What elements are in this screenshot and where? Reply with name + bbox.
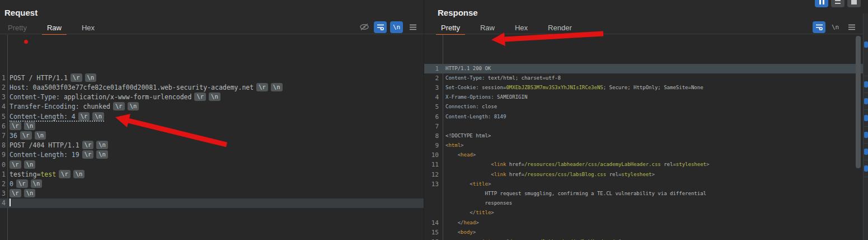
tab-pretty[interactable]: Pretty	[2, 22, 32, 33]
line-number: 4	[0, 102, 6, 112]
code-segment: </	[470, 210, 476, 215]
line-number: 3	[0, 93, 6, 102]
stop-button[interactable]	[847, 0, 861, 7]
line-content	[10, 199, 11, 207]
crlf-badge: \n	[73, 170, 85, 178]
code-line: 20\r\n	[0, 179, 424, 189]
pause-button[interactable]	[815, 0, 828, 7]
inspector-item-icon[interactable]	[864, 132, 868, 138]
crlf-badge: \n	[85, 73, 97, 82]
code-segment: 8149	[491, 114, 506, 119]
code-segment: SAMEORIGIN	[494, 94, 528, 100]
code-line: 9Content-Length: 19\r\n	[0, 150, 424, 160]
line-content: Content-Type: application/x-www-form-url…	[10, 93, 220, 101]
code-segment: stylesheet	[676, 161, 706, 167]
line-number: 2	[0, 83, 6, 93]
code-line: 4X-Frame-Options: SAMEORIGIN	[424, 93, 868, 102]
stop-icon	[851, 0, 857, 4]
code-line: 14 </head>	[424, 218, 868, 228]
newline-toggle-button[interactable]: \n	[829, 21, 842, 33]
inspector-item-icon[interactable]	[864, 81, 868, 87]
code-segment: chunked	[79, 103, 110, 110]
line-content: \r\n	[10, 161, 35, 169]
editor-menu-button[interactable]	[845, 21, 858, 33]
scrollbar-thumb[interactable]	[856, 36, 861, 168]
code-line: 4	[0, 199, 424, 208]
code-segment: testing=	[10, 170, 40, 178]
code-segment: close	[479, 104, 498, 109]
newline-toggle-button[interactable]: \n	[390, 21, 403, 33]
visibility-off-icon	[359, 23, 369, 31]
code-segment: X-Frame-Options:	[445, 94, 494, 100]
code-segment: 0MXEbJZBS3M7mv3S3xYhJNIsIRCe3eNS	[506, 85, 603, 90]
code-line: 6\r\n	[0, 122, 424, 131]
text-cursor	[10, 199, 11, 206]
line-content: </title>	[445, 210, 494, 215]
line-content: Content-Type: text/html; charset=utf-8	[445, 75, 561, 81]
inspector-item-icon[interactable]	[864, 165, 868, 172]
code-line: 2Content-Type: text/html; charset=utf-8	[424, 73, 868, 83]
code-line: 5Connection: close	[424, 102, 868, 112]
crlf-badge: \r	[10, 160, 21, 169]
response-editor-icons: \n	[813, 20, 858, 34]
wrap-lines-button[interactable]	[813, 21, 825, 33]
request-panel: Request PrettyRawHex \n	[0, 0, 424, 240]
line-number: 9	[0, 150, 6, 160]
response-tab-bar: PrettyRawHexRender	[435, 21, 587, 34]
tab-pretty[interactable]: Pretty	[435, 22, 466, 33]
tab-hex[interactable]: Hex	[509, 22, 533, 33]
line-number: 1	[424, 64, 440, 73]
wrap-lines-button[interactable]	[374, 21, 387, 33]
line-number: 14	[424, 218, 440, 228]
rows-icon	[835, 0, 841, 4]
tab-raw[interactable]: Raw	[475, 22, 500, 33]
request-editor[interactable]: 1POST / HTTP/1.1\r\n2Host: 0aa5003f03e77…	[0, 35, 424, 240]
code-line: 10 <head>	[424, 150, 868, 160]
tab-hex[interactable]: Hex	[76, 22, 100, 33]
line-content: 36\r\n	[10, 132, 46, 140]
dotted-underline: Content-Length: 4\r\n	[10, 113, 104, 122]
inspector-item-icon[interactable]	[864, 149, 868, 155]
inspector-item-icon[interactable]	[864, 41, 868, 48]
code-segment: title	[473, 181, 488, 187]
line-content: \r\n	[10, 190, 35, 197]
tab-raw[interactable]: Raw	[41, 22, 67, 33]
code-line: 7	[424, 122, 868, 131]
code-line: 2Host: 0aa5003f03e77cfe82ce01af00d20081.…	[0, 83, 424, 93]
visibility-off-button[interactable]	[358, 21, 370, 33]
line-content: POST / HTTP/1.1\r\n	[10, 74, 96, 82]
inspector-item-icon[interactable]	[864, 98, 868, 104]
line-content: <link href=/resources/css/labsBlog.css r…	[445, 172, 655, 177]
code-line: 6Content-Length: 8149	[424, 112, 868, 122]
code-segment: >	[491, 210, 494, 215]
line-content: Content-Length: 4\r\n	[10, 113, 104, 121]
line-content: HTTP request smuggling, confirming a TE.…	[445, 191, 706, 196]
line-number: 8	[424, 131, 440, 141]
crlf-badge: \n	[271, 83, 283, 91]
burp-repeater-message-view: Request PrettyRawHex \n	[0, 0, 868, 240]
code-segment: POST / HTTP/1.1	[10, 74, 68, 82]
code-segment: Set-Cookie:	[445, 85, 479, 90]
code-line: 11 <link href=/resources/labheader/css/a…	[424, 160, 868, 169]
response-panel-title: Response	[438, 8, 478, 17]
code-line: 736\r\n	[0, 131, 424, 141]
crlf-badge: \n	[96, 150, 108, 159]
code-segment: head	[464, 220, 476, 225]
line-content: <!DOCTYPE html>	[445, 133, 491, 139]
code-segment: body	[461, 229, 473, 235]
line-content: HTTP/1.1 200 OK	[445, 66, 491, 71]
crlf-badge: \r	[256, 83, 268, 91]
pause-icon	[819, 0, 821, 4]
inspector-collapsed-strip[interactable]	[863, 13, 868, 240]
crlf-badge: \n	[128, 102, 139, 110]
inspector-item-icon[interactable]	[864, 115, 868, 121]
tab-render[interactable]: Render	[542, 22, 578, 33]
crlf-badge: \r	[71, 73, 82, 82]
response-editor[interactable]: 1HTTP/1.1 200 OK2Content-Type: text/html…	[424, 35, 868, 240]
code-segment: title	[476, 210, 491, 215]
editor-menu-button[interactable]	[406, 21, 419, 33]
line-number: 8	[0, 141, 6, 150]
line-number: 4	[424, 93, 440, 102]
rows-button[interactable]	[831, 0, 844, 7]
code-segment: head	[461, 152, 473, 158]
